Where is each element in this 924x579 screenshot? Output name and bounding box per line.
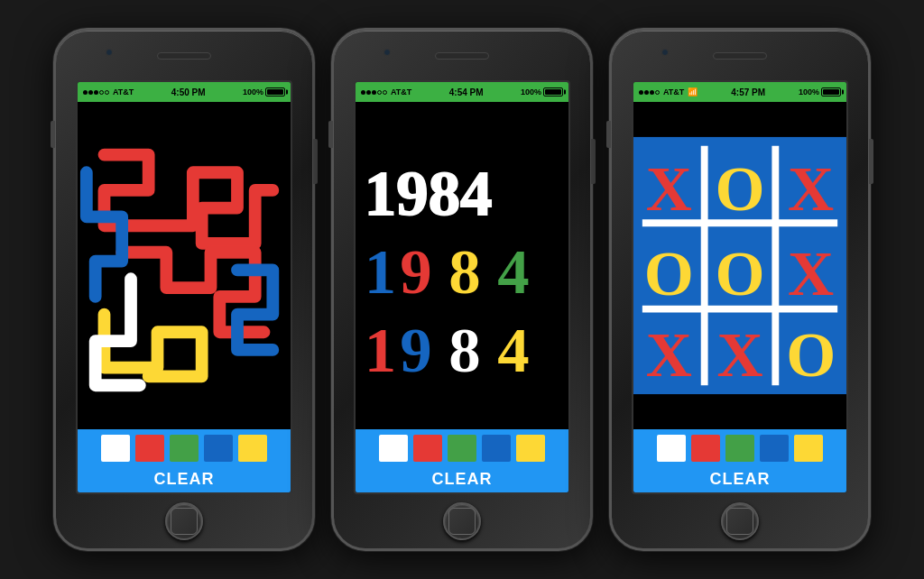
dot5: [105, 90, 109, 95]
phone-bottom-2: [443, 494, 481, 548]
canvas-area-3[interactable]: X O X O O X X X: [633, 102, 846, 429]
bottom-bar-2: CLEAR: [356, 429, 568, 492]
canvas-area-2[interactable]: 1984 1 9 8 4 1 9 8 4: [356, 102, 568, 429]
home-button-2[interactable]: [443, 502, 481, 540]
status-left-3: AT&T 📶: [639, 87, 698, 96]
swatch-yellow-3[interactable]: [794, 435, 823, 462]
status-right-1: 100%: [243, 87, 285, 96]
dot2: [644, 90, 649, 95]
svg-text:X: X: [788, 238, 834, 308]
swatch-green-1[interactable]: [170, 435, 199, 462]
svg-text:X: X: [646, 153, 692, 224]
signal-2: [361, 90, 387, 95]
svg-text:X: X: [646, 319, 692, 390]
phone-3: AT&T 📶 4:57 PM 100%: [609, 28, 871, 551]
clear-button-2[interactable]: CLEAR: [432, 470, 493, 489]
dot3: [650, 90, 654, 95]
signal-1: [83, 90, 109, 95]
signal-3: [639, 90, 660, 95]
home-button-1[interactable]: [165, 502, 203, 540]
camera-1: [106, 49, 113, 56]
time-3: 4:57 PM: [731, 87, 765, 97]
svg-text:X: X: [716, 319, 762, 390]
swatch-white-1[interactable]: [101, 435, 130, 462]
dot5: [383, 90, 387, 95]
svg-text:O: O: [715, 238, 764, 308]
carrier-1: AT&T: [113, 87, 134, 96]
swatch-blue-2[interactable]: [482, 435, 511, 462]
phone-top-3: [612, 31, 868, 80]
phone-bottom-1: [165, 494, 203, 548]
carrier-2: AT&T: [391, 87, 411, 96]
phone-top-2: [334, 31, 590, 80]
swatch-blue-1[interactable]: [204, 435, 233, 462]
swatch-green-2[interactable]: [448, 435, 476, 462]
dot4: [99, 90, 104, 95]
status-left-2: AT&T: [361, 87, 411, 96]
wifi-3: 📶: [688, 87, 698, 96]
swatch-yellow-1[interactable]: [238, 435, 267, 462]
phones-container: AT&T 4:50 PM 100%: [53, 28, 871, 551]
camera-3: [661, 49, 669, 56]
time-2: 4:54 PM: [449, 87, 484, 97]
time-1: 4:50 PM: [171, 87, 206, 97]
canvas-area-1[interactable]: [78, 102, 291, 429]
svg-text:1984: 1984: [365, 158, 493, 228]
status-right-3: 100%: [799, 87, 841, 96]
status-bar-1: AT&T 4:50 PM 100%: [78, 82, 291, 102]
dot4: [655, 90, 660, 95]
svg-text:9: 9: [400, 236, 431, 307]
home-inner-2: [448, 508, 476, 535]
svg-text:8: 8: [448, 236, 480, 307]
clear-button-3[interactable]: CLEAR: [710, 470, 771, 489]
battery-pct-2: 100%: [521, 87, 541, 96]
svg-text:4: 4: [497, 315, 529, 385]
speaker-2: [435, 52, 489, 60]
swatches-1: [101, 435, 267, 462]
numbers-drawing: 1984 1 9 8 4 1 9 8 4: [356, 102, 568, 429]
status-left-1: AT&T: [83, 87, 134, 96]
bottom-bar-1: CLEAR: [78, 429, 291, 492]
battery-pct-1: 100%: [243, 87, 263, 96]
phone-bottom-3: [721, 494, 759, 548]
swatch-red-2[interactable]: [413, 435, 442, 462]
svg-text:O: O: [715, 153, 764, 224]
swatch-blue-3[interactable]: [760, 435, 789, 462]
battery-icon-1: [265, 87, 285, 96]
svg-text:4: 4: [497, 236, 529, 307]
screen-3: AT&T 📶 4:57 PM 100%: [632, 80, 848, 494]
svg-text:9: 9: [400, 315, 431, 385]
carrier-3: AT&T: [663, 87, 684, 96]
svg-text:8: 8: [448, 315, 480, 385]
dot3: [94, 90, 98, 95]
swatch-white-3[interactable]: [657, 435, 686, 462]
svg-text:O: O: [644, 238, 694, 308]
phone-1: AT&T 4:50 PM 100%: [53, 28, 315, 551]
screen-1: AT&T 4:50 PM 100%: [76, 80, 292, 494]
dot1: [361, 90, 365, 95]
screen-2: AT&T 4:54 PM 100% 1984 1 9 8 4: [354, 80, 570, 494]
phone-top-1: [56, 31, 312, 80]
home-button-3[interactable]: [721, 502, 759, 540]
dot3: [372, 90, 376, 95]
swatch-yellow-2[interactable]: [516, 435, 545, 462]
dot1: [83, 90, 88, 95]
status-bar-2: AT&T 4:54 PM 100%: [356, 82, 568, 102]
home-inner-1: [171, 508, 198, 535]
swatch-red-3[interactable]: [691, 435, 720, 462]
dot2: [88, 90, 93, 95]
speaker-1: [157, 52, 211, 60]
swatch-red-1[interactable]: [135, 435, 164, 462]
clear-button-1[interactable]: CLEAR: [154, 470, 215, 489]
speaker-3: [713, 52, 767, 60]
phone-2: AT&T 4:54 PM 100% 1984 1 9 8 4: [331, 28, 593, 551]
swatch-white-2[interactable]: [379, 435, 408, 462]
battery-icon-2: [543, 87, 563, 96]
svg-text:1: 1: [365, 236, 396, 307]
swatch-green-3[interactable]: [725, 435, 754, 462]
svg-text:O: O: [786, 319, 836, 390]
battery-icon-3: [821, 87, 841, 96]
svg-text:1: 1: [365, 315, 396, 385]
ttt-drawing: X O X O O X X X: [633, 102, 846, 429]
dot4: [377, 90, 382, 95]
